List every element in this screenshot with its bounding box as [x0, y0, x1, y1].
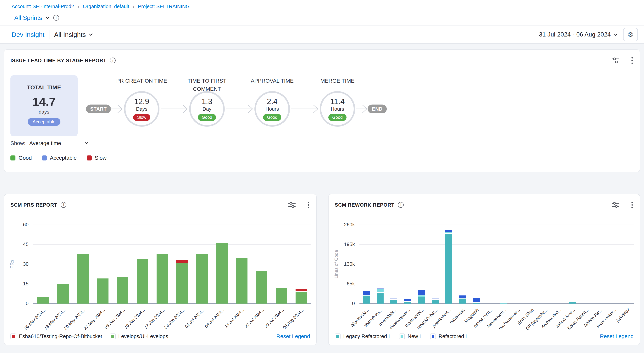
card-actions	[612, 56, 634, 64]
bar-segment[interactable]	[404, 302, 411, 304]
filter-sliders-icon[interactable]	[288, 202, 296, 208]
bar-segment[interactable]	[236, 258, 248, 304]
stage-circle[interactable]: 1.3DayGood	[189, 91, 225, 127]
bar-segment[interactable]	[97, 278, 108, 304]
bar-segment[interactable]	[418, 297, 425, 304]
flow-end-pill: END	[368, 105, 387, 113]
x-axis-label-text: 15 Jul 2024...	[224, 308, 245, 329]
chevron-down-icon[interactable]	[46, 15, 50, 19]
bar-segment[interactable]	[404, 299, 411, 301]
bar-segment[interactable]	[156, 254, 168, 304]
bar-segment[interactable]	[459, 298, 466, 304]
bar-segment[interactable]	[137, 259, 148, 304]
chevron-down-icon[interactable]	[85, 141, 88, 144]
bar-segment[interactable]	[418, 296, 425, 297]
bar-segment[interactable]	[363, 295, 370, 296]
legend-swatch	[110, 334, 116, 339]
legend-item[interactable]: New L	[399, 334, 422, 340]
bar-segment[interactable]	[473, 302, 480, 303]
filter-sliders-icon[interactable]	[612, 202, 619, 208]
x-axis-line	[360, 303, 634, 304]
bar-segment[interactable]	[432, 299, 438, 300]
legend-swatch	[335, 334, 340, 339]
show-selector[interactable]: Show: Average time	[10, 140, 88, 146]
show-value: Average time	[29, 140, 61, 146]
breadcrumb-organization[interactable]: Organization: default	[83, 4, 129, 10]
insight-header: Dev Insight All Insights 31 Jul 2024 - 0…	[0, 26, 644, 43]
card-actions	[612, 201, 634, 209]
flow-start-pill: START	[86, 105, 111, 113]
breadcrumb-project[interactable]: Project: SEI TRAINING	[138, 4, 190, 10]
bar-segment[interactable]	[432, 300, 438, 304]
bar-segment[interactable]	[445, 234, 452, 304]
bar-segment[interactable]	[377, 293, 384, 304]
tab-dev-insight[interactable]: Dev Insight	[12, 31, 44, 38]
legend-item[interactable]: Levelops/Ui-Levelops	[110, 334, 168, 340]
bar-segment[interactable]	[363, 291, 370, 295]
breadcrumb-account[interactable]: Account: SEI-Internal-Prod2	[12, 4, 74, 10]
bar-segment[interactable]	[445, 232, 452, 234]
bar-segment[interactable]	[432, 298, 438, 299]
bar-segment[interactable]	[276, 288, 287, 304]
bar-segment[interactable]	[473, 298, 480, 302]
legend-swatch-color	[12, 335, 15, 338]
bar-segment[interactable]	[377, 288, 384, 289]
bar-segment[interactable]	[196, 254, 208, 304]
bar-segment[interactable]	[256, 271, 267, 304]
filter-sliders-icon[interactable]	[612, 57, 619, 64]
info-icon[interactable]	[398, 202, 404, 208]
date-range-selector[interactable]: 31 Jul 2024 - 06 Aug 2024	[539, 31, 611, 38]
reset-legend-link[interactable]: Reset Legend	[276, 333, 310, 340]
legend-label: Slow	[95, 155, 106, 161]
breadcrumb-separator: ›	[78, 4, 79, 9]
legend-item[interactable]: Slow	[87, 155, 106, 161]
bar-segment[interactable]	[569, 302, 576, 304]
legend-item[interactable]: Legacy Refactored L	[335, 334, 391, 340]
bar-segment[interactable]	[500, 303, 507, 304]
bar-segment[interactable]	[77, 254, 88, 304]
bar-segment[interactable]	[418, 290, 425, 296]
insights-selector[interactable]: All Insights	[54, 31, 86, 38]
bar-segment[interactable]	[390, 300, 397, 304]
bar-segment[interactable]	[296, 289, 307, 292]
stage-circle[interactable]: 2.4HoursGood	[254, 91, 290, 127]
bar-segment[interactable]	[445, 230, 452, 232]
bar-segment[interactable]	[404, 301, 411, 302]
kebab-menu-icon[interactable]	[307, 201, 310, 209]
kebab-menu-icon[interactable]	[631, 201, 634, 209]
bar-segment[interactable]	[377, 289, 384, 293]
bar-segment[interactable]	[459, 296, 466, 298]
bar-segment[interactable]	[57, 284, 69, 304]
legend-item[interactable]: Acceptable	[42, 155, 77, 161]
card-header: ISSUE LEAD TIME BY STAGE REPORT	[10, 56, 634, 64]
y-gridline	[33, 224, 311, 225]
stage-circle[interactable]: 12.9DaysSlow	[124, 91, 160, 127]
info-icon[interactable]	[60, 202, 66, 208]
bar-segment[interactable]	[117, 277, 128, 304]
y-axis-tick: 60	[11, 222, 28, 228]
chevron-down-icon[interactable]	[614, 32, 618, 36]
bar-segment[interactable]	[296, 292, 307, 304]
bar-segment[interactable]	[37, 297, 49, 304]
legend-item[interactable]: Good	[10, 155, 32, 161]
total-time-unit: days	[10, 109, 78, 115]
bar-segment[interactable]	[390, 300, 397, 300]
sprint-selector-label[interactable]: All Sprints	[14, 14, 42, 22]
bar-segment[interactable]	[216, 243, 228, 304]
chart-legend: Legacy Refactored LNew LRefactored L Res…	[335, 333, 634, 340]
bar-segment[interactable]	[473, 303, 480, 304]
legend-item[interactable]: Esha610/Testing-Repo-Of-Bitbucket	[10, 334, 102, 340]
reset-legend-link[interactable]: Reset Legend	[600, 333, 634, 340]
kebab-menu-icon[interactable]	[631, 56, 634, 64]
bar-segment[interactable]	[363, 296, 370, 304]
lead-time-card: ISSUE LEAD TIME BY STAGE REPORT TOTAL TI…	[4, 50, 640, 172]
bar-segment[interactable]	[390, 298, 397, 300]
legend-item[interactable]: Refactored L	[430, 334, 468, 340]
sprint-selector[interactable]: All Sprints	[14, 13, 59, 23]
info-icon[interactable]	[110, 58, 116, 63]
bar-segment[interactable]	[176, 263, 188, 304]
bar-segment[interactable]	[176, 260, 188, 263]
stage-circle[interactable]: 11.4HoursGood	[320, 91, 355, 127]
chevron-down-icon[interactable]	[89, 32, 93, 36]
settings-button[interactable]: ⚙	[623, 28, 638, 41]
